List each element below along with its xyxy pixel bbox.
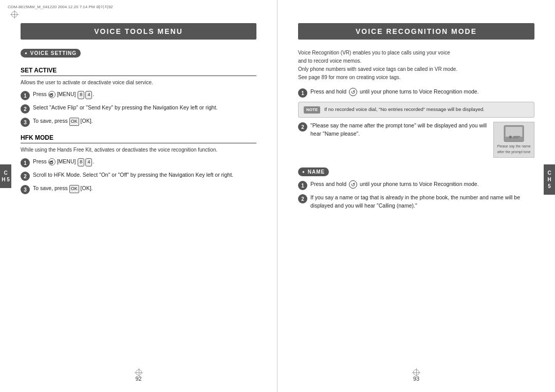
hfk-step-number-1: 1 [21,158,30,167]
step-number-1: 1 [21,91,30,100]
hfk-step-3: 3 To save, press OK [OK]. [21,184,256,194]
chapter-tab-left: C H 5 [0,164,11,188]
vr-step-text-1: Press and hold ↺ until your phone turns … [310,88,534,96]
hfk-step-text-1: Press ↺ [MENU] 84. [33,158,256,166]
name-step-text-2: If you say a name or tag that is already… [310,194,534,210]
key-8: 8 [78,91,84,99]
vr-step-text-2: "Please say the name after the prompt to… [310,122,534,160]
step-text-1: Press ↺ [MENU] 84. [33,90,256,99]
set-active-title: SET ACTIVE [21,67,256,76]
phone-screen-svg [498,125,529,142]
name-step-text-1: Press and hold ↺ until your phone turns … [310,180,534,189]
hfk-mode-title: HFK MODE [21,134,256,143]
name-section: NAME [298,167,534,180]
hfk-step-number-2: 2 [21,172,30,181]
intro-text: Voice Recognition (VR) enables you to pl… [298,49,534,82]
note-box: NOTE If no recorded voice dial, "No entr… [298,102,534,118]
vr-step-number-2: 2 [298,122,307,132]
ok-key: OK [69,118,79,126]
right-page-number: 93 [413,376,419,382]
svg-rect-3 [513,136,521,137]
key-4b: 4 [85,158,92,166]
hfk-mode-desc: While using the Hands Free Kit, activate… [21,146,256,154]
set-active-step-1: 1 Press ↺ [MENU] 84. [21,90,256,100]
name-step-2: 2 If you say a name or tag that is alrea… [298,194,534,210]
set-active-step-3: 3 To save, press OK [OK]. [21,117,256,127]
right-page-header: VOICE RECOGNITION MODE [298,23,534,40]
file-info: CDM-8615MW_M_041220 2004.12.20 7:14 PM 페… [8,4,113,10]
step-text-2: Select "Active Flip" or "Send Key" by pr… [33,104,256,112]
name-step-number-1: 1 [298,181,307,190]
vr-step-number-1: 1 [298,88,307,98]
hfk-step-2: 2 Scroll to HFK Mode. Select "On" or "Of… [21,171,256,181]
scroll-icon: ↺ [48,91,55,98]
note-text: If no recorded voice dial, "No entries r… [324,106,485,112]
name-badge: NAME [298,167,329,176]
mic-icon-1: ↺ [349,88,357,96]
left-page-number: 92 [135,376,141,382]
hfk-step-text-3: To save, press OK [OK]. [33,184,256,193]
left-page: CDM-8615MW_M_041220 2004.12.20 7:14 PM 페… [0,0,278,392]
page-container: CDM-8615MW_M_041220 2004.12.20 7:14 PM 페… [0,0,555,392]
hfk-step-text-2: Scroll to HFK Mode. Select "On" or "Off"… [33,171,256,179]
phone-image-caption: Please say the name after the prompt ton… [496,144,531,155]
key-4: 4 [85,91,92,99]
vr-step-2: 2 "Please say the name after the prompt … [298,122,534,160]
ok-key-2: OK [69,185,79,193]
right-page: VOICE RECOGNITION MODE Voice Recognition… [278,0,555,392]
svg-rect-1 [506,127,523,137]
hfk-step-1: 1 Press ↺ [MENU] 84. [21,158,256,167]
step-number-2: 2 [21,104,30,114]
chapter-tab-right: CH5 [544,164,555,195]
left-page-header: VOICE TOOLS MENU [21,23,256,40]
voice-setting-badge: VOICE SETTING [21,49,81,58]
note-label: NOTE [304,106,320,114]
step-text-3: To save, press OK [OK]. [33,117,256,126]
scroll-icon-2: ↺ [48,158,55,165]
set-active-desc: Allows the user to activate or deactivat… [21,79,256,86]
mic-icon-2: ↺ [349,180,357,189]
step-number-3: 3 [21,118,30,127]
vr-step-1: 1 Press and hold ↺ until your phone turn… [298,88,534,98]
set-active-step-2: 2 Select "Active Flip" or "Send Key" by … [21,104,256,114]
phone-image: Please say the name after the prompt ton… [493,122,534,158]
crosshair-top-left [10,10,18,18]
hfk-step-number-3: 3 [21,185,30,194]
name-step-number-2: 2 [298,194,307,203]
svg-point-2 [509,136,511,138]
name-step-1: 1 Press and hold ↺ until your phone turn… [298,180,534,190]
key-8b: 8 [78,158,84,166]
svg-rect-4 [513,137,519,138]
